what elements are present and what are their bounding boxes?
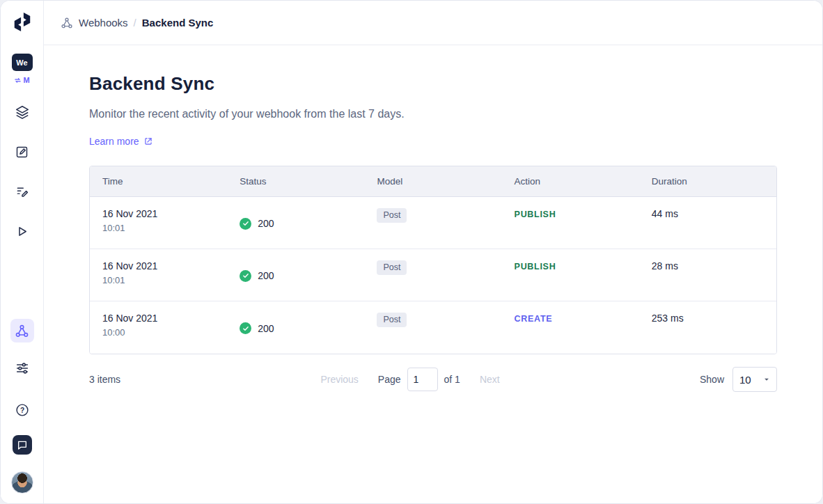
show-label: Show	[700, 374, 724, 385]
model-badge: Post	[377, 313, 407, 327]
row-time: 10:01	[102, 275, 219, 285]
pagination-bar: 3 items Previous Page of 1 Next Show 10	[89, 367, 777, 392]
webhook-icon	[15, 324, 29, 338]
column-header-status: Status	[227, 166, 364, 196]
status-code: 200	[258, 270, 274, 281]
webhook-log-table: Time Status Model Action Duration 16 Nov…	[89, 166, 777, 354]
check-circle-icon	[240, 322, 251, 334]
sliders-icon	[15, 361, 30, 376]
row-time: 10:01	[102, 223, 219, 233]
action-label: CREATE	[515, 314, 553, 324]
pagination-controls: Previous Page of 1 Next	[120, 368, 700, 391]
table-row[interactable]: 16 Nov 2021 10:01 200 Post PUBLISH	[90, 197, 776, 249]
environment-badge[interactable]: M	[14, 76, 29, 84]
status-cell: 200	[227, 249, 364, 301]
play-icon	[15, 224, 29, 239]
sidebar-item-api-playground[interactable]	[14, 223, 31, 239]
sidebar-item-content[interactable]	[14, 143, 31, 160]
schema-edit-icon	[15, 184, 29, 199]
model-cell: Post	[364, 197, 501, 249]
content-edit-icon	[15, 145, 29, 159]
action-cell: PUBLISH	[502, 197, 639, 249]
chevron-down-icon	[763, 376, 770, 383]
column-header-time: Time	[90, 166, 227, 196]
page-subtitle: Monitor the recent activity of your webh…	[89, 108, 777, 120]
feedback-chat-icon	[17, 439, 28, 450]
action-label: PUBLISH	[515, 262, 556, 271]
external-link-icon	[143, 136, 153, 146]
table-row[interactable]: 16 Nov 2021 10:00 200 Post CREATE	[90, 301, 776, 354]
time-cell: 16 Nov 2021 10:00	[90, 301, 227, 354]
row-time: 10:00	[102, 327, 219, 338]
column-header-action: Action	[502, 166, 639, 196]
sidebar-item-editor[interactable]	[14, 183, 31, 200]
status-code: 200	[258, 323, 274, 334]
check-circle-icon	[240, 270, 251, 282]
user-avatar[interactable]	[11, 471, 33, 494]
sidebar-item-webhooks[interactable]	[10, 319, 34, 342]
breadcrumb-current: Backend Sync	[142, 17, 214, 29]
svg-text:?: ?	[19, 407, 24, 414]
sidebar-item-schema[interactable]	[14, 104, 31, 120]
status-cell: 200	[227, 301, 364, 354]
page-label: Page	[378, 374, 401, 385]
page-title: Backend Sync	[89, 73, 777, 95]
of-label: of 1	[444, 374, 460, 385]
model-cell: Post	[364, 249, 501, 301]
environment-label: M	[23, 76, 29, 84]
row-date: 16 Nov 2021	[102, 313, 219, 324]
page-content: Backend Sync Monitor the recent activity…	[44, 45, 822, 392]
project-badge[interactable]: We	[12, 54, 33, 71]
logo-icon	[12, 10, 33, 33]
page-group: Page of 1	[378, 368, 460, 391]
breadcrumb-webhook-icon	[61, 17, 73, 29]
project-initials: We	[16, 58, 27, 67]
items-count: 3 items	[89, 374, 120, 385]
main-area: Webhooks / Backend Sync Backend Sync Mon…	[44, 1, 822, 503]
duration-cell: 28 ms	[639, 249, 776, 301]
previous-button[interactable]: Previous	[320, 374, 358, 385]
column-header-model: Model	[364, 166, 501, 196]
sidebar-bottom: ?	[11, 402, 33, 494]
time-cell: 16 Nov 2021 10:01	[90, 249, 227, 301]
row-date: 16 Nov 2021	[102, 260, 219, 271]
sidebar-nav	[14, 104, 31, 239]
environment-switch-icon	[14, 77, 22, 84]
model-cell: Post	[364, 301, 501, 354]
next-button[interactable]: Next	[480, 374, 500, 385]
layers-icon	[15, 104, 30, 120]
help-button[interactable]: ?	[14, 402, 31, 418]
action-label: PUBLISH	[515, 210, 556, 219]
learn-more-label: Learn more	[89, 136, 139, 147]
table-row[interactable]: 16 Nov 2021 10:01 200 Post PUBLISH	[90, 249, 776, 301]
row-date: 16 Nov 2021	[102, 208, 219, 219]
duration-cell: 253 ms	[639, 301, 776, 354]
action-cell: PUBLISH	[502, 249, 639, 301]
check-circle-icon	[240, 218, 251, 230]
action-cell: CREATE	[502, 301, 639, 354]
breadcrumb: Webhooks / Backend Sync	[44, 1, 822, 45]
sidebar: We M	[1, 1, 44, 503]
model-badge: Post	[377, 260, 407, 275]
column-header-duration: Duration	[639, 166, 776, 196]
breadcrumb-separator: /	[134, 17, 136, 29]
learn-more-link[interactable]: Learn more	[89, 136, 153, 147]
page-input[interactable]	[407, 368, 438, 391]
sidebar-item-settings[interactable]	[14, 360, 31, 377]
page-size-select[interactable]: 10	[732, 367, 777, 392]
feedback-button[interactable]	[13, 435, 32, 455]
time-cell: 16 Nov 2021 10:01	[90, 197, 227, 249]
table-header-row: Time Status Model Action Duration	[90, 166, 776, 197]
help-icon: ?	[15, 402, 30, 418]
status-cell: 200	[227, 197, 364, 249]
app-window: We M	[0, 0, 823, 504]
status-code: 200	[258, 218, 274, 229]
breadcrumb-section[interactable]: Webhooks	[79, 17, 128, 29]
model-badge: Post	[377, 208, 407, 223]
duration-cell: 44 ms	[639, 197, 776, 249]
page-size-value: 10	[739, 374, 751, 386]
page-size-group: Show 10	[700, 367, 777, 392]
app-logo[interactable]	[9, 8, 36, 36]
